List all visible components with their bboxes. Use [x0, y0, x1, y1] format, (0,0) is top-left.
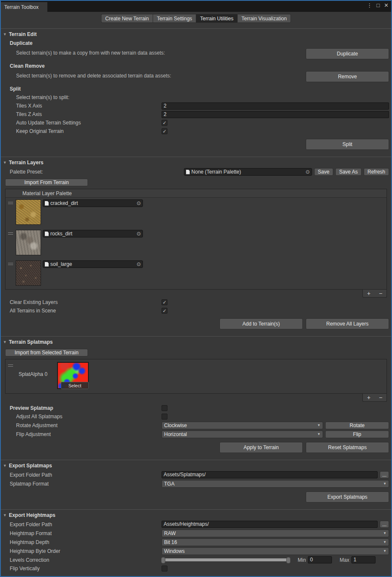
- terrain-layers-foldout[interactable]: ▼ Terrain Layers: [1, 158, 391, 167]
- tab-label: Terrain Settings: [157, 16, 192, 22]
- min-label: Min: [298, 557, 306, 563]
- adjust-all-splatmaps-label: Adjust All Splatmaps: [1, 414, 62, 420]
- section-title: Export Heightmaps: [9, 512, 55, 518]
- adjust-all-splatmaps-checkbox[interactable]: [162, 414, 167, 420]
- tab-terrain-visualization[interactable]: Terrain Visualization: [237, 14, 291, 23]
- auto-update-checkbox[interactable]: ✓: [162, 120, 167, 126]
- add-to-terrains-button[interactable]: Add to Terrain(s): [219, 318, 303, 329]
- layer-texture-thumbnail[interactable]: [16, 230, 41, 255]
- drag-handle-icon[interactable]: [5, 199, 16, 204]
- import-from-selected-terrain-button[interactable]: Import from Selected Terrain: [5, 349, 88, 356]
- flip-button[interactable]: Flip: [325, 431, 389, 438]
- add-splatmap-button[interactable]: +: [367, 395, 370, 400]
- keep-original-checkbox[interactable]: ✓: [162, 128, 167, 134]
- heightmap-byte-order-value: Windows: [164, 548, 185, 554]
- mode-toolbar: Create New Terrain Terrain Settings Terr…: [1, 12, 391, 25]
- layer-row-rocks-dirt[interactable]: rocks_dirt ⊙: [5, 228, 387, 259]
- tab-create-new-terrain[interactable]: Create New Terrain: [101, 14, 153, 23]
- chevron-down-icon: ▼: [383, 540, 387, 544]
- tab-terrain-utilities[interactable]: Terrain Utilities: [196, 14, 237, 23]
- layer-row-cracked-dirt[interactable]: cracked_dirt ⊙: [5, 198, 387, 228]
- object-picker-icon[interactable]: ⊙: [304, 169, 312, 175]
- window-menu-icon[interactable]: ⋮: [367, 2, 372, 8]
- reset-splatmaps-button[interactable]: Reset Splatmaps: [306, 442, 389, 453]
- remove-button[interactable]: Remove: [306, 71, 389, 82]
- drag-handle-icon[interactable]: [5, 230, 16, 235]
- heightmap-folder-input[interactable]: Assets/Heightmaps/: [162, 521, 378, 528]
- browse-folder-button[interactable]: ...: [380, 471, 389, 478]
- layer-object-field[interactable]: cracked_dirt ⊙: [43, 199, 143, 207]
- export-heightmaps-foldout[interactable]: ▼ Export Heightmaps: [1, 511, 391, 520]
- save-as-button[interactable]: Save As: [335, 168, 362, 176]
- rotate-adjustment-dropdown[interactable]: Clockwise ▼: [162, 422, 323, 429]
- flip-adjustment-dropdown[interactable]: Horizontal ▼: [162, 431, 323, 438]
- export-splatmaps-button[interactable]: Export Splatmaps: [306, 491, 389, 502]
- auto-update-label: Auto Update Terrain Settings: [1, 120, 81, 126]
- object-picker-icon[interactable]: ⊙: [135, 200, 143, 206]
- layer-object-field[interactable]: soil_large ⊙: [43, 260, 143, 268]
- window-tab[interactable]: Terrain Toolbox: [1, 2, 47, 12]
- tab-label: Terrain Utilities: [200, 16, 233, 22]
- all-terrains-in-scene-checkbox[interactable]: ✓: [162, 308, 167, 314]
- clear-existing-layers-label: Clear Existing Layers: [1, 299, 58, 305]
- split-button[interactable]: Split: [306, 139, 389, 150]
- flip-vertically-checkbox[interactable]: [162, 566, 167, 571]
- splatmap-format-dropdown[interactable]: TGA ▼: [162, 480, 389, 488]
- preview-splatmap-checkbox[interactable]: [162, 405, 167, 411]
- splatmap-thumbnail[interactable]: Select: [57, 362, 89, 389]
- terrain-edit-foldout[interactable]: ▼ Terrain Edit: [1, 30, 391, 39]
- heightmap-depth-dropdown[interactable]: Bit 16 ▼: [162, 538, 389, 546]
- refresh-button[interactable]: Refresh: [364, 168, 389, 176]
- rotate-button[interactable]: Rotate: [325, 422, 389, 429]
- export-folder-path-label: Export Folder Path: [1, 472, 52, 478]
- layer-object-field[interactable]: rocks_dirt ⊙: [43, 230, 143, 237]
- tab-terrain-settings[interactable]: Terrain Settings: [153, 14, 196, 23]
- remove-splatmap-button[interactable]: −: [379, 395, 382, 400]
- layer-name: soil_large: [50, 261, 135, 267]
- heightmap-depth-label: Heightmap Depth: [1, 539, 49, 545]
- import-from-terrain-button[interactable]: Import From Terrain: [5, 179, 88, 186]
- layer-row-soil-large[interactable]: soil_large ⊙: [5, 259, 387, 289]
- object-picker-icon[interactable]: ⊙: [135, 261, 143, 267]
- max-input[interactable]: 1: [351, 556, 376, 563]
- apply-to-terrain-button[interactable]: Apply to Terrain: [219, 442, 303, 453]
- select-splatmap-button[interactable]: Select: [61, 382, 89, 389]
- close-icon[interactable]: ✕: [384, 2, 389, 8]
- splatmap-folder-input[interactable]: Assets/Splatmaps/: [162, 471, 378, 478]
- layer-texture-thumbnail[interactable]: [16, 199, 41, 225]
- splatmap-format-label: Splatmap Format: [1, 481, 49, 487]
- tiles-z-input[interactable]: 2: [162, 111, 389, 118]
- section-export-heightmaps: ▼ Export Heightmaps Export Folder Path A…: [1, 510, 391, 577]
- terrain-splatmaps-foldout[interactable]: ▼ Terrain Splatmaps: [1, 337, 391, 347]
- palette-preset-object-field[interactable]: None (Terrain Palette) ⊙: [184, 168, 312, 176]
- object-picker-icon[interactable]: ⊙: [135, 231, 143, 237]
- maximize-icon[interactable]: □: [376, 2, 380, 8]
- tiles-x-input[interactable]: 2: [162, 102, 389, 110]
- add-layer-button[interactable]: +: [367, 290, 370, 296]
- save-button[interactable]: Save: [314, 168, 333, 176]
- foldout-icon: ▼: [3, 160, 7, 165]
- palette-preset-label: Palette Preset:: [1, 169, 43, 175]
- remove-all-layers-button[interactable]: Remove All Layers: [306, 318, 389, 329]
- heightmap-format-dropdown[interactable]: RAW ▼: [162, 530, 389, 537]
- section-title: Terrain Splatmaps: [9, 339, 53, 345]
- keep-original-label: Keep Original Terrain: [1, 128, 64, 134]
- heightmap-byte-order-dropdown[interactable]: Windows ▼: [162, 547, 389, 555]
- export-splatmaps-foldout[interactable]: ▼ Export Splatmaps: [1, 461, 391, 470]
- asset-icon: [45, 232, 49, 236]
- splat-row[interactable]: SplatAlpha 0 Select: [5, 359, 387, 393]
- min-input[interactable]: 0: [308, 556, 332, 563]
- terrain-toolbox-window: Terrain Toolbox ⋮ □ ✕ Create New Terrain…: [0, 0, 392, 577]
- flip-adjustment-label: Flip Adjustment: [1, 431, 51, 437]
- levels-correction-slider[interactable]: [162, 556, 290, 564]
- drag-handle-icon[interactable]: [5, 362, 16, 367]
- flip-vertically-label: Flip Vertically: [1, 566, 40, 571]
- rotate-adjustment-value: Clockwise: [164, 422, 187, 428]
- clear-existing-layers-checkbox[interactable]: ✓: [162, 299, 167, 305]
- remove-layer-button[interactable]: −: [379, 290, 382, 296]
- duplicate-button[interactable]: Duplicate: [306, 48, 389, 59]
- layer-texture-thumbnail[interactable]: [16, 260, 41, 286]
- section-title: Terrain Layers: [9, 160, 44, 166]
- drag-handle-icon[interactable]: [5, 260, 16, 265]
- browse-folder-button[interactable]: ...: [380, 521, 389, 528]
